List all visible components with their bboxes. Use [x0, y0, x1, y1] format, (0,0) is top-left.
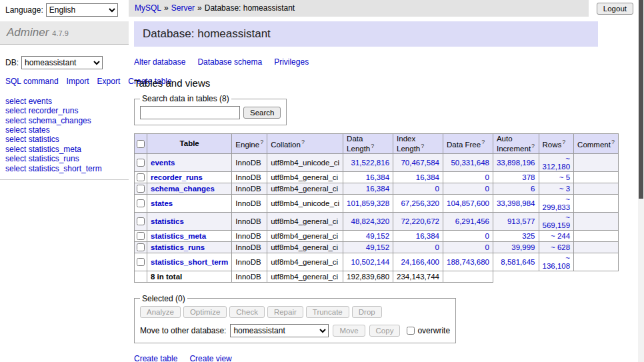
- move-button[interactable]: Move: [333, 325, 365, 337]
- cell-comment: [574, 253, 619, 271]
- copy-button[interactable]: Copy: [369, 325, 401, 337]
- sidebar-link-sql-command[interactable]: SQL command: [5, 77, 59, 86]
- selected-check-button[interactable]: Check: [229, 306, 265, 318]
- row-checkbox-states[interactable]: [137, 199, 145, 207]
- cell-comment: [574, 153, 619, 171]
- row-check-cell: [135, 212, 147, 230]
- cell-collation: utf8mb4_general_ci: [267, 230, 343, 241]
- table-link-statistics-runs[interactable]: statistics_runs: [151, 243, 205, 251]
- select-all-checkbox[interactable]: [137, 140, 145, 148]
- sidebar-table-link-select-statistics[interactable]: select statistics: [5, 135, 129, 145]
- breadcrumb-current: Database: homeassistant: [205, 3, 295, 13]
- selected-drop-button[interactable]: Drop: [352, 306, 382, 318]
- sidebar-table-link-select-recorder-runs[interactable]: select recorder_runs: [5, 107, 129, 116]
- selected-optimize-button[interactable]: Optimize: [183, 306, 227, 318]
- row-check-cell: [135, 253, 147, 271]
- sidebar-table-link-select-statistics-meta[interactable]: select statistics_meta: [5, 145, 129, 154]
- cell-auto-increment: 378: [493, 171, 539, 183]
- db-action-link-privileges[interactable]: Privileges: [274, 57, 309, 67]
- move-db-select[interactable]: homeassistant: [230, 324, 329, 337]
- row-checkbox-schema-changes[interactable]: [137, 185, 145, 193]
- table-link-statistics[interactable]: statistics: [151, 217, 184, 225]
- search-legend: Search data in tables (8): [140, 94, 231, 103]
- help-link[interactable]: ?: [260, 139, 263, 145]
- row-checkbox-statistics-short-term[interactable]: [137, 258, 145, 266]
- sidebar-table-link-select-states[interactable]: select states: [5, 126, 129, 135]
- db-action-link-alter-database[interactable]: Alter database: [134, 57, 185, 67]
- move-label: Move to other database:: [140, 326, 226, 335]
- cell-collation: utf8mb4_general_ci: [267, 253, 343, 271]
- db-label: DB:: [5, 58, 19, 67]
- table-link-states[interactable]: states: [151, 199, 173, 207]
- language-row: Language:English: [0, 0, 129, 17]
- adminer-logo-link[interactable]: Adminer: [7, 26, 49, 39]
- total-index-length: 234,143,744: [393, 271, 443, 282]
- table-link-events[interactable]: events: [151, 159, 175, 167]
- table-link-schema-changes[interactable]: schema_changes: [151, 185, 215, 193]
- row-checkbox-statistics-runs[interactable]: [137, 243, 145, 251]
- help-link[interactable]: ?: [531, 143, 535, 149]
- tables-section-title: Tables and views: [134, 77, 598, 89]
- breadcrumb-server-link[interactable]: Server: [171, 3, 195, 13]
- help-link[interactable]: ?: [301, 139, 305, 145]
- search-input[interactable]: [140, 106, 240, 119]
- cell-rows: ~ 312,180: [539, 153, 574, 171]
- help-link[interactable]: ?: [421, 143, 424, 149]
- cell-engine: InnoDB: [232, 194, 267, 212]
- cell-data-length: 10,502,144: [343, 253, 393, 271]
- total-data-free: [443, 271, 493, 282]
- cell-auto-increment: 6: [493, 183, 539, 194]
- tables-overview-table: TableEngine?Collation?Data Length?Index …: [134, 133, 619, 283]
- overwrite-checkbox[interactable]: [407, 327, 415, 335]
- logout-area: Logout: [589, 0, 638, 15]
- database-action-links: Alter databaseDatabase schemaPrivileges: [134, 57, 598, 67]
- cell-engine: InnoDB: [232, 230, 267, 241]
- logout-button[interactable]: Logout: [597, 3, 633, 15]
- sidebar-table-link-select-schema-changes[interactable]: select schema_changes: [5, 116, 129, 125]
- selected-analyze-button[interactable]: Analyze: [140, 306, 181, 318]
- help-link[interactable]: ?: [371, 143, 374, 149]
- col-header-engine: Engine?: [232, 134, 267, 154]
- sidebar-table-link-select-statistics-runs[interactable]: select statistics_runs: [5, 155, 129, 164]
- adminer-page: Language:English Adminer4.7.9 DB:homeass…: [0, 0, 644, 362]
- scrollbar-thumb[interactable]: [639, 0, 643, 199]
- cell-comment: [574, 194, 619, 212]
- move-row: Move to other database: homeassistant Mo…: [140, 324, 450, 337]
- breadcrumb: MySQL»Server»Database: homeassistant: [129, 0, 589, 17]
- sidebar-table-link-select-statistics-short-term[interactable]: select statistics_short_term: [5, 164, 129, 173]
- cell-table-name: recorder_runs: [147, 171, 232, 183]
- db-action-link-database-schema[interactable]: Database schema: [197, 57, 262, 67]
- cell-table-name: statistics_runs: [147, 241, 232, 253]
- sidebar-link-export[interactable]: Export: [97, 77, 121, 86]
- table-link-statistics-meta[interactable]: statistics_meta: [151, 232, 206, 240]
- main-panel: Database: homeassistant Alter databaseDa…: [129, 17, 638, 362]
- col-header-index-length: Index Length?: [393, 134, 443, 154]
- language-select[interactable]: English: [46, 3, 118, 17]
- breadcrumb-mysql-link[interactable]: MySQL: [135, 3, 161, 13]
- row-checkbox-statistics[interactable]: [137, 217, 145, 225]
- selected-truncate-button[interactable]: Truncate: [306, 306, 349, 318]
- cell-collation: utf8mb4_unicode_ci: [267, 153, 343, 171]
- table-link-recorder-runs[interactable]: recorder_runs: [151, 173, 203, 181]
- selected-repair-button[interactable]: Repair: [267, 306, 303, 318]
- cell-collation: utf8mb4_general_ci: [267, 183, 343, 194]
- help-link[interactable]: ?: [562, 139, 565, 145]
- row-checkbox-events[interactable]: [137, 159, 145, 167]
- sidebar-link-import[interactable]: Import: [67, 77, 89, 86]
- table-link-statistics-short-term[interactable]: statistics_short_term: [151, 258, 228, 266]
- create-link-create-view[interactable]: Create view: [189, 354, 231, 362]
- create-link-create-table[interactable]: Create table: [134, 354, 177, 362]
- table-row-events: eventsInnoDButf8mb4_unicode_ci31,522,816…: [135, 153, 619, 171]
- sidebar-command-links: SQL commandImportExportCreate table: [0, 76, 105, 87]
- help-link[interactable]: ?: [611, 139, 615, 145]
- total-label: 8 in total: [147, 271, 232, 282]
- breadcrumb-separator: »: [164, 3, 169, 13]
- vertical-scrollbar[interactable]: [638, 0, 644, 362]
- db-select[interactable]: homeassistant: [21, 56, 103, 69]
- row-checkbox-recorder-runs[interactable]: [137, 173, 145, 181]
- help-link[interactable]: ?: [481, 139, 485, 145]
- row-checkbox-statistics-meta[interactable]: [137, 232, 145, 240]
- sidebar-table-link-select-events[interactable]: select events: [5, 97, 129, 106]
- row-check-cell: [135, 183, 147, 194]
- search-button[interactable]: Search: [243, 107, 281, 119]
